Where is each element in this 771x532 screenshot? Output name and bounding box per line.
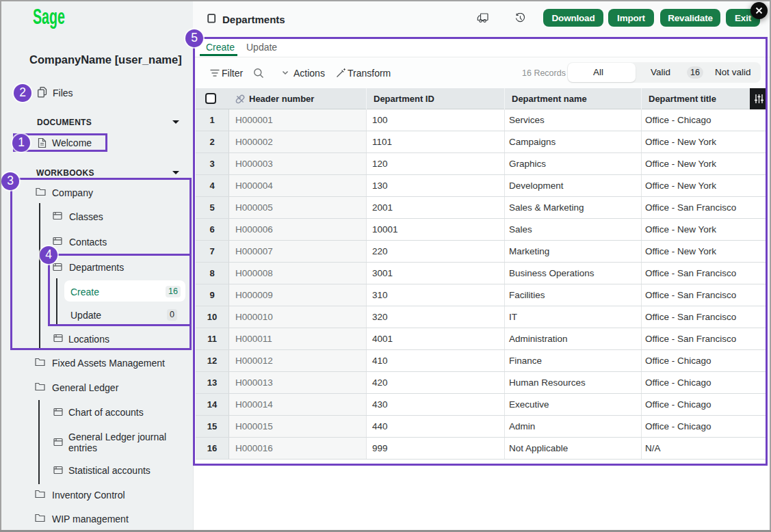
svg-text:Sage: Sage — [33, 5, 65, 29]
